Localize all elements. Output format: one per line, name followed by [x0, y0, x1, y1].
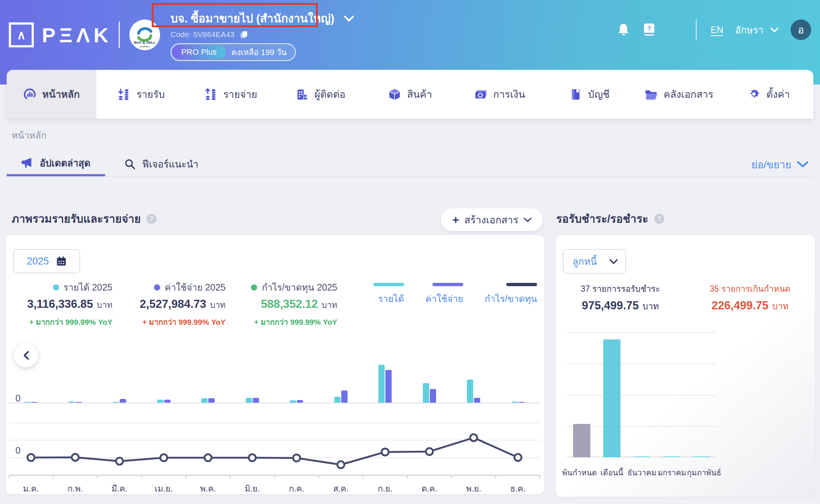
gridline [567, 363, 716, 364]
tab-latest-updates[interactable]: อัปเดตล่าสุด [7, 151, 105, 176]
language-toggle[interactable]: EN [711, 25, 723, 35]
nav-item-label: ผู้ติดต่อ [314, 86, 346, 102]
pending-amount-value: 975,499.75 [582, 299, 639, 312]
plan-pill[interactable]: PRO Plus คงเหลือ 199 วัน [170, 43, 296, 61]
pending-receivables-stat: 37 รายการรอรับชำระ 975,499.75บาท [555, 282, 685, 313]
help-circle-icon[interactable]: ? [147, 214, 157, 224]
legend-label: กำไร/ขาดทุน [485, 291, 537, 306]
dashboard-icon [23, 88, 36, 101]
header-divider [119, 22, 120, 48]
receivables-bar-พ้นกำหนด [573, 424, 590, 457]
month-tick-label: ม.ค. [9, 482, 53, 495]
month-axis-labels: ม.ค.ก.พ.มี.ค.เม.ย.พ.ค.มิ.ย.ก.ค.ส.ค.ก.ย.ต… [9, 482, 540, 495]
expense-bar [253, 398, 259, 403]
bar-group-มี.ค. [97, 342, 142, 403]
pending-amount: 975,499.75บาท [555, 299, 685, 313]
overview-section-title: ภาพรวมรายรับและรายจ่าย ? [12, 210, 157, 227]
expense-bar [341, 390, 348, 403]
user-avatar[interactable]: อ [791, 19, 811, 40]
help-circle-icon[interactable]: ? [654, 214, 664, 224]
legend-line-icon [373, 283, 404, 286]
nav-item-accounting[interactable]: บัญชี [544, 70, 634, 119]
income-bar [511, 402, 518, 403]
month-tick-label: ธ.ค. [496, 482, 540, 495]
stat-label: กำไร/ขาดทุน 2025 [251, 280, 337, 295]
bar-group-ต.ค. [407, 342, 452, 403]
nav-item-settings[interactable]: ตั้งค่า [724, 70, 813, 119]
bar-group-พ.ค. [186, 342, 230, 403]
receivables-title-text: รอรับชำระ/รอชำระ [556, 210, 648, 227]
income-bar [246, 398, 252, 403]
income-bar [157, 400, 163, 403]
nav-item-label: การเงิน [493, 86, 525, 102]
overview-stats: รายได้ 20253,116,336.85บาท+ มากกว่า 999.… [21, 280, 337, 328]
peak-logo-text: PΞΛK [42, 23, 112, 47]
nav-item-label: รายจ่าย [223, 86, 257, 102]
main-nav: หน้าหลักรายรับรายจ่ายผู้ติดต่อสินค้าการเ… [7, 70, 813, 119]
legend-dot-icon [154, 284, 160, 291]
nav-item-income[interactable]: รายรับ [96, 70, 186, 119]
notifications-bell-icon[interactable] [616, 22, 630, 37]
expense-bar [164, 400, 170, 403]
nav-item-finance[interactable]: การเงิน [455, 70, 544, 119]
nav-item-expense[interactable]: รายจ่าย [186, 70, 276, 119]
income-bar [201, 398, 208, 403]
tab-recommended-features[interactable]: ฟีเจอร์แนะนำ [121, 151, 201, 176]
legend-item[interactable]: กำไร/ขาดทุน [485, 283, 537, 306]
user-menu[interactable]: อักษรา [735, 22, 779, 37]
expense-bar [518, 402, 525, 403]
settings-icon [747, 88, 760, 101]
copy-icon[interactable] [240, 30, 248, 39]
tab-latest-updates-label: อัปเดตล่าสุด [40, 155, 90, 170]
collapse-expand-toggle[interactable]: ย่อ/ขยาย [751, 156, 808, 173]
expense-icon [204, 88, 217, 101]
nav-item-label: ตั้งค่า [766, 86, 790, 102]
collapse-expand-label: ย่อ/ขยาย [751, 156, 791, 173]
overdue-amount-unit: บาท [772, 301, 789, 311]
nav-item-dashboard[interactable]: หน้าหลัก [7, 70, 96, 119]
income-bar [113, 402, 119, 403]
nav-item-label: สินค้า [407, 86, 432, 102]
legend-item[interactable]: รายได้ [373, 283, 404, 306]
nav-item-label: บัญชี [588, 86, 609, 102]
subtabs-row: อัปเดตล่าสุด ฟีเจอร์แนะนำ ย่อ/ขยาย [7, 151, 813, 177]
create-document-button[interactable]: + สร้างเอกสาร [441, 208, 543, 231]
expense-bar [76, 402, 82, 403]
receivables-bar-มกราคม [663, 456, 680, 457]
company-code: Code: 5V864EA43 [170, 30, 234, 39]
header-vertical-divider [696, 19, 697, 40]
overdue-receivables-stat: 35 รายการเกินกำหนด 226,499.75บาท [685, 282, 815, 313]
overview-stat-1: รายได้ 20253,116,336.85บาท+ มากกว่า 999.… [21, 280, 112, 328]
income-expense-bars [9, 342, 540, 403]
year-selector[interactable]: 2025 [13, 249, 80, 273]
legend-dot-icon [53, 284, 59, 291]
receivables-filter-dropdown[interactable]: ลูกหนี้ [563, 249, 626, 274]
help-guide-icon[interactable]: ? [642, 22, 656, 37]
nav-item-contacts[interactable]: ผู้ติดต่อ [276, 70, 365, 119]
receivables-bar-chart [567, 332, 716, 457]
month-tick-label: เม.ย. [142, 482, 186, 495]
bar-group-ก.ย. [363, 342, 407, 403]
gridline [567, 395, 716, 396]
previous-year-button[interactable] [14, 343, 38, 367]
chart-legend: รายได้ค่าใช้จ่ายกำไร/ขาดทุน [360, 283, 537, 306]
profit-line-chart [9, 403, 540, 480]
month-tick-label: ก.พ. [53, 482, 98, 495]
month-tick-label: ส.ค. [319, 482, 363, 495]
legend-item[interactable]: ค่าใช้จ่าย [425, 283, 463, 306]
stat-value: 3,116,336.85บาท [21, 298, 112, 312]
megaphone-icon [21, 156, 33, 169]
apps-grid-icon[interactable] [668, 22, 682, 37]
nav-item-products[interactable]: สินค้า [365, 70, 455, 119]
expense-bar [430, 389, 436, 403]
svg-text:?: ? [647, 25, 651, 32]
nav-item-documents[interactable]: คลังเอกสาร [634, 70, 724, 119]
expense-bar [474, 398, 480, 403]
svg-text:BUY & SELL: BUY & SELL [134, 40, 156, 44]
breadcrumb: หน้าหลัก [12, 128, 47, 143]
expense-bar [31, 402, 37, 403]
receivables-bar-เดือนนี้ [603, 339, 621, 457]
nav-item-label: คลังเอกสาร [663, 86, 713, 102]
expense-bar [297, 400, 303, 403]
peak-logo: ∧ PΞΛK [9, 22, 112, 47]
